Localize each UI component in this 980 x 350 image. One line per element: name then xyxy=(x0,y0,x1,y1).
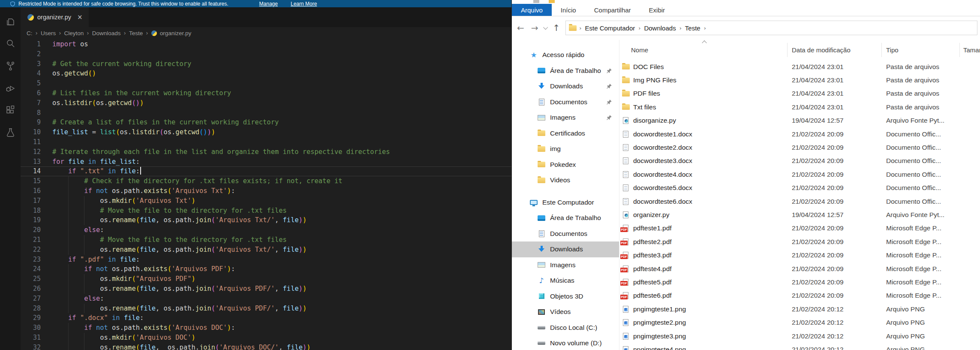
code-line[interactable]: 1import os xyxy=(21,39,511,49)
code-line[interactable]: 28 os.rename(file, os.path.join('Arquivo… xyxy=(21,304,511,314)
file-row[interactable]: PDFpdfteste1.pdf21/02/2024 20:09Microsof… xyxy=(619,222,980,235)
file-list[interactable]: DOC Files21/04/2024 23:01Pasta de arquiv… xyxy=(619,60,980,350)
file-row[interactable]: pngimgteste2.png21/02/2024 20:12Arquivo … xyxy=(619,316,980,329)
file-row[interactable]: docwordteste5.docx21/02/2024 20:09Docume… xyxy=(619,181,980,195)
sidebar-item-imagens[interactable]: Imagens xyxy=(512,257,619,273)
code-line[interactable]: 22 os.rename(file, os.path.join('Arquivo… xyxy=(21,245,511,255)
column-header-data-de-modificacao[interactable]: Data de modificação xyxy=(788,40,882,60)
menu-tab-compartilhar[interactable]: Compartilhar xyxy=(585,4,640,16)
explorer-icon[interactable] xyxy=(5,15,16,27)
file-row[interactable]: pngimgteste4.png21/02/2024 20:12Arquivo … xyxy=(619,343,980,350)
testing-icon[interactable] xyxy=(5,127,16,139)
file-row[interactable]: PDF files21/04/2024 23:01Pasta de arquiv… xyxy=(619,87,980,100)
sidebar-item-videos[interactable]: Vídeos xyxy=(512,304,619,320)
file-row[interactable]: Img PNG Files21/04/2024 23:01Pasta de ar… xyxy=(619,73,980,87)
code-line[interactable]: 25 os.mkdir("Arquivos PDF") xyxy=(21,274,511,284)
file-row[interactable]: DOC Files21/04/2024 23:01Pasta de arquiv… xyxy=(619,60,980,73)
file-name-cell[interactable]: PDFpdfteste5.pdf xyxy=(619,278,788,286)
code-line[interactable]: 31 os.mkdir('Arquivos DOC') xyxy=(21,333,511,343)
menu-tab-arquivo[interactable]: Arquivo xyxy=(512,4,552,16)
code-line[interactable]: 26 os.rename(file, os.path.join('Arquivo… xyxy=(21,284,511,294)
sidebar-item-downloads[interactable]: Downloads xyxy=(512,78,619,94)
file-row[interactable]: PDFpdfteste6.pdf21/02/2024 20:09Microsof… xyxy=(619,289,980,302)
sidebar-item-img[interactable]: img xyxy=(512,141,619,157)
sidebar-item-musicas[interactable]: ♪Músicas xyxy=(512,273,619,289)
file-row[interactable]: pngimgteste1.png21/02/2024 20:12Arquivo … xyxy=(619,302,980,316)
sidebar-item-area-de-trabalho[interactable]: Área de Trabalho xyxy=(512,63,619,79)
code-line[interactable]: 14 if ".txt" in file: xyxy=(21,166,511,176)
file-name-cell[interactable]: pngimgteste2.png xyxy=(619,319,788,326)
code-line[interactable]: 32 os.rename(file, os.path.join('Arquivo… xyxy=(21,343,511,350)
address-crumb-downloads[interactable]: Downloads xyxy=(643,24,676,32)
back-button[interactable]: ← xyxy=(517,24,524,32)
code-line[interactable]: 11 xyxy=(21,137,511,147)
column-header-tamanho[interactable]: Tamanho xyxy=(960,40,980,60)
file-row[interactable]: PDFpdfteste3.pdf21/02/2024 20:09Microsof… xyxy=(619,248,980,262)
file-name-cell[interactable]: docwordteste5.docx xyxy=(619,184,788,192)
file-name-cell[interactable]: docwordteste1.docx xyxy=(619,130,788,138)
up-button[interactable]: ↑ xyxy=(553,24,560,32)
file-row[interactable]: docwordteste2.docx21/02/2024 20:09Docume… xyxy=(619,141,980,154)
file-name-cell[interactable]: PDF files xyxy=(619,90,788,97)
file-row[interactable]: organizer.py19/04/2024 12:57Arquivo Font… xyxy=(619,208,980,221)
sidebar-item-documentos[interactable]: Documentos xyxy=(512,94,619,110)
sidebar-item-imagens[interactable]: Imagens xyxy=(512,110,619,126)
file-row[interactable]: docwordteste6.docx21/02/2024 20:09Docume… xyxy=(619,195,980,208)
code-line[interactable]: 6# List files in the current working dir… xyxy=(21,88,511,98)
breadcrumb-item-users[interactable]: Users xyxy=(41,30,56,36)
file-name-cell[interactable]: PDFpdfteste1.pdf xyxy=(619,224,788,232)
file-row[interactable]: docwordteste3.docx21/02/2024 20:09Docume… xyxy=(619,154,980,168)
menu-tab-exibir[interactable]: Exibir xyxy=(640,4,674,16)
code-line[interactable]: 17 os.mkdir('Arquivos Txt') xyxy=(21,196,511,206)
file-name-cell[interactable]: PDFpdfteste3.pdf xyxy=(619,251,788,259)
code-line[interactable]: 5 xyxy=(21,78,511,88)
code-line[interactable]: 13for file in file_list: xyxy=(21,157,511,167)
file-name-cell[interactable]: pngimgteste3.png xyxy=(619,332,788,340)
breadcrumb-item-cleyton[interactable]: Cleyton xyxy=(64,30,84,36)
breadcrumb-item-c[interactable]: C: xyxy=(27,30,33,36)
code-line[interactable]: 3# Get the current working directory xyxy=(21,59,511,69)
sidebar-item-objetos-3d[interactable]: Objetos 3D xyxy=(512,289,619,305)
sidebar-item-pokedex[interactable]: Pokedex xyxy=(512,157,619,173)
file-row[interactable]: docwordteste4.docx21/02/2024 20:09Docume… xyxy=(619,168,980,181)
code-line[interactable]: 4os.getcwd() xyxy=(21,69,511,78)
quick-access-toolbar-icon[interactable] xyxy=(533,0,539,3)
code-line[interactable]: 19 os.rename(file, os.path.join('Arquivo… xyxy=(21,215,511,225)
code-line[interactable]: 27 else: xyxy=(21,294,511,304)
address-crumb-teste[interactable]: Teste xyxy=(684,24,701,32)
code-line[interactable]: 10file_list = list(os.listdir(os.getcwd(… xyxy=(21,127,511,137)
file-name-cell[interactable]: DOC Files xyxy=(619,63,788,71)
extensions-icon[interactable] xyxy=(5,105,16,116)
quick-access-folder-icon[interactable] xyxy=(549,0,555,3)
sidebar-item-novo-volume-d[interactable]: Novo volume (D:) xyxy=(512,335,619,350)
code-line[interactable]: 24 if not os.path.exists('Arquivos PDF')… xyxy=(21,264,511,274)
address-crumb-este-computador[interactable]: Este Computador xyxy=(584,24,636,32)
code-line[interactable]: 30 if not os.path.exists('Arquivos DOC')… xyxy=(21,323,511,333)
code-editor[interactable]: 1import os23# Get the current working di… xyxy=(21,39,511,350)
breadcrumb-item-teste[interactable]: Teste xyxy=(129,30,143,36)
file-name-cell[interactable]: Img PNG Files xyxy=(619,76,788,84)
file-name-cell[interactable]: PDFpdfteste2.pdf xyxy=(619,238,788,246)
sidebar-section-acesso-rapido[interactable]: ★Acesso rápido xyxy=(512,47,619,63)
sidebar-item-area-de-trabalho[interactable]: Área de Trabalho xyxy=(512,210,619,226)
file-name-cell[interactable]: PDFpdfteste4.pdf xyxy=(619,265,788,273)
sidebar-item-downloads[interactable]: Downloads xyxy=(512,241,619,257)
sidebar-item-videos[interactable]: Videos xyxy=(512,172,619,188)
column-header-nome[interactable]: Nome xyxy=(619,40,788,60)
file-row[interactable]: PDFpdfteste4.pdf21/02/2024 20:09Microsof… xyxy=(619,262,980,275)
code-line[interactable]: 15 # Check if the directory for .txt fil… xyxy=(21,176,511,186)
code-line[interactable]: 16 if not os.path.exists('Arquivos Txt')… xyxy=(21,186,511,196)
code-line[interactable]: 7os.listdir(os.getcwd()) xyxy=(21,98,511,108)
file-row[interactable]: PDFpdfteste5.pdf21/02/2024 20:09Microsof… xyxy=(619,275,980,289)
code-line[interactable]: 2 xyxy=(21,49,511,59)
file-name-cell[interactable]: organizer.py xyxy=(619,211,788,219)
search-icon[interactable] xyxy=(5,38,16,49)
column-header-tipo[interactable]: Tipo xyxy=(882,40,960,60)
file-name-cell[interactable]: docwordteste6.docx xyxy=(619,198,788,205)
run-debug-icon[interactable] xyxy=(5,82,16,94)
menu-tab-inicio[interactable]: Início xyxy=(552,4,585,16)
address-bar[interactable]: ›Este Computador›Downloads›Teste› xyxy=(565,21,977,35)
file-row[interactable]: PDFpdfteste2.pdf21/02/2024 20:09Microsof… xyxy=(619,235,980,248)
code-line[interactable]: 29 if ".docx" in file: xyxy=(21,313,511,323)
manage-link[interactable]: Manage xyxy=(259,1,278,7)
